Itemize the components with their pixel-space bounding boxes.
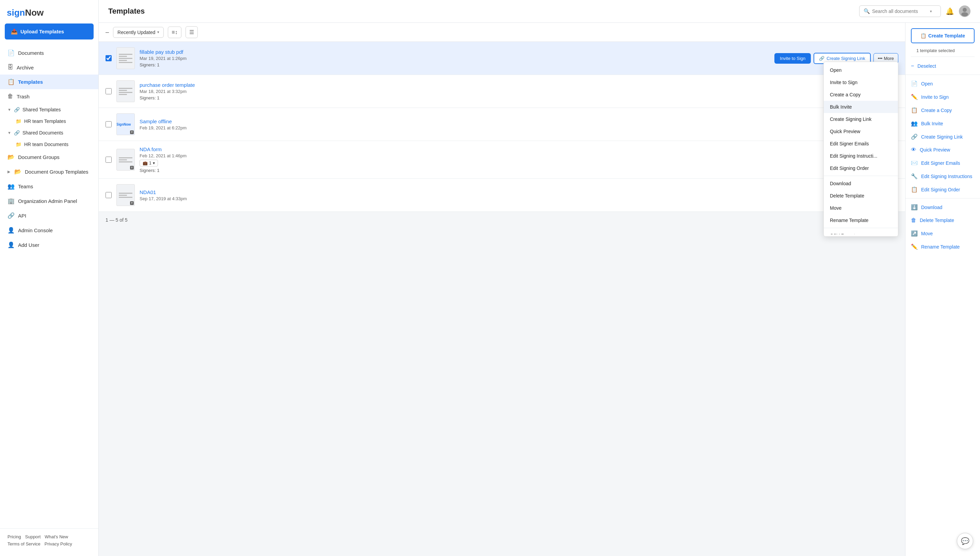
dgt-expand-icon: ▶: [8, 170, 10, 174]
menu-divider-1: [824, 176, 898, 176]
shared-documents-arrow: ▼: [8, 131, 11, 135]
create-template-button[interactable]: 📋 Create Template: [911, 28, 975, 43]
chat-button[interactable]: 💬: [957, 533, 973, 549]
whats-new-link[interactable]: What's New: [45, 534, 68, 539]
page-title: Templates: [108, 7, 145, 16]
panel-action-create-signing-link[interactable]: 🔗 Create Signing Link: [906, 130, 980, 143]
template-badge-5: T: [130, 201, 134, 205]
sidebar-item-teams[interactable]: 👥 Teams: [0, 179, 98, 194]
shared-documents-icon: 🔗: [14, 130, 20, 136]
panel-action-quick-preview[interactable]: 👁 Quick Preview: [906, 143, 980, 156]
folder-icon: 📁: [16, 118, 21, 124]
doc-info-4: NDA form Feb 12, 2021 at 1:46pm 💼 1 ▾ Si…: [140, 146, 823, 173]
doc-group-badge-4[interactable]: 💼 1 ▾: [140, 160, 158, 166]
doc-checkbox-2[interactable]: [105, 88, 111, 94]
panel-action-bulk-invite[interactable]: 👥 Bulk Invite: [906, 117, 980, 130]
signing-link-icon: 🔗: [911, 134, 918, 140]
sidebar-item-trash[interactable]: 🗑 Trash: [0, 89, 98, 103]
doc-name-1[interactable]: fillable pay stub pdf: [140, 49, 183, 55]
sort-button[interactable]: Recently Updated ▾: [113, 27, 164, 38]
menu-item-create-signing-link[interactable]: Create Signing Link: [824, 113, 898, 125]
sidebar-item-admin-console[interactable]: 👤 Admin Console: [0, 223, 98, 238]
menu-item-open[interactable]: Open: [824, 64, 898, 76]
add-user-icon: 👤: [8, 241, 15, 249]
avatar[interactable]: [959, 5, 970, 17]
signing-order-icon: 📋: [911, 186, 918, 193]
table-row: fillable pay stub pdf Mar 19, 2021 at 1:…: [99, 42, 905, 75]
menu-item-edit-signer-emails[interactable]: Edit Signer Emails: [824, 137, 898, 150]
panel-action-download[interactable]: ⬇️ Download: [906, 200, 980, 214]
search-input[interactable]: [872, 8, 927, 14]
doc-checkbox-4[interactable]: [105, 157, 111, 163]
doc-name-5[interactable]: NDA01: [140, 189, 156, 195]
shared-documents-section[interactable]: ▼ 🔗 Shared Documents: [0, 127, 98, 139]
menu-item-rename-template[interactable]: Rename Template: [824, 214, 898, 226]
svg-point-1: [963, 8, 967, 12]
documents-icon: 📄: [8, 49, 15, 57]
table-row: T NDA01 Sep 17, 2019 at 4:33pm Invite to…: [99, 179, 905, 212]
main-header: Templates 🔍 ▾ 🔔: [99, 0, 980, 23]
doc-thumbnail-2: [116, 80, 135, 102]
search-dropdown-arrow[interactable]: ▾: [930, 9, 932, 14]
panel-action-rename-template[interactable]: ✏️ Rename Template: [906, 240, 980, 253]
terms-link[interactable]: Terms of Service: [8, 541, 40, 546]
toolbar-left: – Recently Updated ▾ ≡↕ ☰: [105, 26, 898, 38]
invite-to-sign-btn-1[interactable]: Invite to Sign: [774, 53, 811, 64]
doc-name-2[interactable]: purchase order template: [140, 82, 195, 88]
view-options-button[interactable]: ≡↕: [168, 27, 181, 38]
sidebar-item-templates[interactable]: 📋 Templates: [0, 74, 98, 89]
menu-item-edit-signing-order[interactable]: Edit Signing Order: [824, 162, 898, 175]
sidebar: signNow 📤 Upload Templates 📄 Documents 🗄…: [0, 0, 99, 556]
document-groups-icon: 📂: [8, 154, 15, 161]
sidebar-subitem-hr-documents[interactable]: 📁 HR team Documents: [0, 139, 98, 150]
archive-icon: 🗄: [8, 64, 13, 71]
doc-checkbox-1[interactable]: [105, 55, 111, 61]
logo: signNow: [0, 0, 98, 24]
upload-templates-button[interactable]: 📤 Upload Templates: [5, 24, 94, 39]
doc-name-3[interactable]: Sample offline: [140, 118, 172, 124]
panel-action-move[interactable]: ↗️ Move: [906, 227, 980, 240]
menu-item-invite-to-sign[interactable]: Invite to Sign: [824, 76, 898, 89]
sidebar-subitem-hr-templates[interactable]: 📁 HR team Templates: [0, 116, 98, 127]
panel-action-delete-template[interactable]: 🗑 Delete Template: [906, 214, 980, 227]
doc-name-4[interactable]: NDA form: [140, 146, 162, 152]
privacy-link[interactable]: Privacy Policy: [45, 541, 72, 546]
menu-item-edit-signing-instructions[interactable]: Edit Signing Instructi...: [824, 150, 898, 162]
menu-item-move[interactable]: Move: [824, 202, 898, 214]
shared-templates-section[interactable]: ▼ 🔗 Shared Templates: [0, 103, 98, 116]
notification-icon[interactable]: 🔔: [946, 7, 954, 15]
panel-action-create-copy[interactable]: 📋 Create a Copy: [906, 103, 980, 117]
panel-divider-1: [906, 74, 980, 75]
sidebar-item-document-group-templates[interactable]: ▶ 📂 Document Group Templates: [0, 165, 98, 179]
delete-icon: 🗑: [911, 217, 916, 223]
menu-item-quick-preview[interactable]: Quick Preview: [824, 125, 898, 137]
support-link[interactable]: Support: [25, 534, 41, 539]
panel-action-deselect[interactable]: − Deselect: [906, 60, 980, 73]
menu-item-download[interactable]: Download: [824, 178, 898, 190]
menu-item-bulk-invite[interactable]: Bulk Invite: [824, 101, 898, 113]
pricing-link[interactable]: Pricing: [8, 534, 21, 539]
layout-toggle-button[interactable]: ☰: [186, 26, 198, 38]
footer-links: Pricing Support What's New Terms of Serv…: [8, 534, 91, 546]
panel-action-edit-signing-instructions[interactable]: 🔧 Edit Signing Instructions: [906, 170, 980, 183]
sidebar-item-archive[interactable]: 🗄 Archive: [0, 60, 98, 74]
doc-checkbox-3[interactable]: [105, 121, 111, 127]
sidebar-item-documents[interactable]: 📄 Documents: [0, 45, 98, 60]
sidebar-item-api[interactable]: 🔗 API: [0, 208, 98, 223]
panel-action-edit-signing-order[interactable]: 📋 Edit Signing Order: [906, 183, 980, 196]
panel-action-edit-signer-emails[interactable]: ✉️ Edit Signer Emails: [906, 156, 980, 170]
download-icon: ⬇️: [911, 204, 918, 210]
menu-item-create-copy[interactable]: Create a Copy: [824, 89, 898, 101]
doc-checkbox-5[interactable]: [105, 192, 111, 198]
sidebar-item-add-user[interactable]: 👤 Add User: [0, 238, 98, 252]
search-box[interactable]: 🔍 ▾: [859, 5, 941, 17]
header-right: 🔍 ▾ 🔔: [859, 5, 970, 17]
menu-item-delete-template[interactable]: Delete Template: [824, 190, 898, 202]
doc-thumbnail-5: T: [116, 184, 135, 206]
sidebar-item-org-admin[interactable]: 🏢 Organization Admin Panel: [0, 194, 98, 208]
panel-action-open[interactable]: 📄 Open: [906, 77, 980, 90]
sidebar-item-document-groups[interactable]: 📂 Document Groups: [0, 150, 98, 165]
deselect-all-icon[interactable]: –: [105, 29, 109, 36]
menu-item-csv-report[interactable]: CSV Report: [824, 230, 898, 234]
panel-action-invite-to-sign[interactable]: ✏️ Invite to Sign: [906, 90, 980, 103]
